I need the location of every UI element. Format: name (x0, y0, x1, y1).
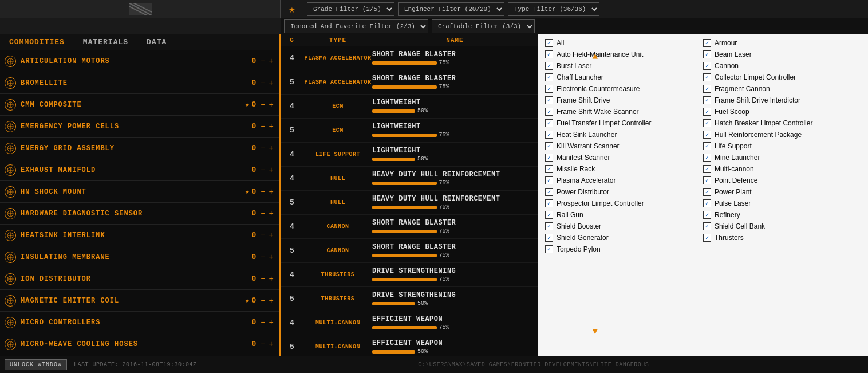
table-row[interactable]: 5 THRUSTERS DRIVE STRENGTHENING 50% (281, 287, 538, 311)
favorite-star[interactable]: ★ (281, 3, 303, 15)
filter-item[interactable]: Power Distributor (545, 188, 703, 196)
filter-item[interactable]: Shield Generator (545, 234, 703, 242)
list-item[interactable]: CMM COMPOSITE ★ 0 − + (0, 94, 279, 116)
increment-button[interactable]: + (268, 274, 275, 284)
table-scroll[interactable]: 4 PLASMA ACCELERATOR SHORT RANGE BLASTER… (281, 46, 538, 356)
filter-checkbox[interactable] (703, 165, 711, 173)
filter-item[interactable]: Chaff Launcher (545, 73, 703, 81)
filter-checkbox[interactable] (545, 85, 553, 93)
filter-checkbox[interactable] (545, 119, 553, 127)
increment-button[interactable]: + (268, 296, 275, 305)
table-row[interactable]: 4 MULTI-CANNON EFFICIENT WEAPON 75% (281, 311, 538, 335)
filter-item[interactable]: Heat Sink Launcher (545, 131, 703, 139)
filter-item[interactable]: Thrusters (703, 234, 861, 242)
table-row[interactable]: 5 ECM LIGHTWEIGHT 75% (281, 119, 538, 143)
increment-button[interactable]: + (268, 100, 275, 109)
filter-checkbox[interactable] (545, 50, 553, 58)
filter-item[interactable]: Shield Cell Bank (703, 222, 861, 230)
table-row[interactable]: 5 PLASMA ACCELERATOR SHORT RANGE BLASTER… (281, 70, 538, 95)
table-row[interactable]: 4 PLASMA ACCELERATOR SHORT RANGE BLASTER… (281, 46, 538, 70)
filter-item[interactable]: Plasma Accelerator (545, 176, 703, 184)
decrement-button[interactable]: − (259, 296, 266, 305)
list-item[interactable]: ION DISTRIBUTOR 0 − + (0, 268, 279, 290)
filter-item[interactable]: Electronic Countermeasure (545, 85, 703, 93)
table-row[interactable]: 5 MULTI-CANNON EFFICIENT WEAPON 50% (281, 335, 538, 356)
table-row[interactable]: 4 LIFE SUPPORT LIGHTWEIGHT 50% (281, 143, 538, 167)
increment-button[interactable]: + (268, 57, 275, 66)
filter-checkbox[interactable] (545, 234, 553, 242)
list-item[interactable]: HEATSINK INTERLINK 0 − + (0, 225, 279, 246)
filter-checkbox[interactable] (703, 119, 711, 127)
table-row[interactable]: 4 THRUSTERS DRIVE STRENGTHENING 75% (281, 263, 538, 287)
filter-item[interactable]: Kill Warrant Scanner (545, 142, 703, 150)
tab-materials[interactable]: MATERIALS (74, 34, 137, 50)
filter-item[interactable]: Cannon (703, 62, 861, 70)
filter-item[interactable]: Torpedo Pylon (545, 245, 703, 253)
filter-checkbox[interactable] (545, 199, 553, 207)
filter-item[interactable]: Burst Laser (545, 62, 703, 70)
filter-checkbox[interactable] (703, 50, 711, 58)
scroll-arrow-down[interactable]: ▼ (592, 327, 598, 337)
decrement-button[interactable]: − (259, 253, 266, 262)
filter-item[interactable]: Mine Launcher (703, 154, 861, 162)
decrement-button[interactable]: − (259, 166, 266, 175)
filter-item[interactable]: Rail Gun (545, 211, 703, 219)
decrement-button[interactable]: − (259, 274, 266, 284)
filter-item[interactable]: Life Support (703, 142, 861, 150)
decrement-button[interactable]: − (259, 122, 266, 131)
filter-item[interactable]: Refinery (703, 211, 861, 219)
list-item[interactable]: EXHAUST MANIFOLD 0 − + (0, 159, 279, 181)
filter-checkbox[interactable] (545, 165, 553, 173)
commodity-list[interactable]: ARTICULATION MOTORS 0 − + BROMELLITE 0 −… (0, 50, 279, 356)
list-item[interactable]: ARTICULATION MOTORS 0 − + (0, 50, 279, 72)
filter-item[interactable]: Missile Rack (545, 165, 703, 173)
craftable-filter-select[interactable]: Craftable Filter (3/3) (432, 19, 535, 33)
table-row[interactable]: 4 HULL HEAVY DUTY HULL REINFORCEMENT 75% (281, 167, 538, 191)
filter-checkbox[interactable] (703, 73, 711, 81)
engineer-filter-select[interactable]: Engineer Filter (20/20) (398, 2, 504, 16)
filter-item[interactable]: Fragment Cannon (703, 85, 861, 93)
filter-checkbox[interactable] (545, 245, 553, 253)
increment-button[interactable]: + (268, 253, 275, 262)
increment-button[interactable]: + (268, 78, 275, 88)
table-row[interactable]: 5 HULL HEAVY DUTY HULL REINFORCEMENT 75% (281, 191, 538, 215)
filter-item[interactable]: Auto Field-Maintenance Unit (545, 50, 703, 58)
filter-item[interactable]: Armour (703, 39, 861, 47)
filter-checkbox[interactable] (545, 154, 553, 162)
filter-checkbox[interactable] (703, 199, 711, 207)
list-item[interactable]: MAGNETIC EMITTER COIL ★ 0 − + (0, 290, 279, 312)
decrement-button[interactable]: − (259, 231, 266, 240)
list-item[interactable]: HN SHOCK MOUNT ★ 0 − + (0, 181, 279, 203)
filter-checkbox[interactable] (545, 131, 553, 139)
filter-checkbox[interactable] (545, 73, 553, 81)
filter-checkbox[interactable] (545, 176, 553, 184)
tab-data[interactable]: DATA (137, 34, 176, 50)
filter-item[interactable]: Collector Limpet Controller (703, 73, 861, 81)
unlock-window-button[interactable]: UNLOCK WINDOW (5, 359, 67, 370)
increment-button[interactable]: + (268, 187, 275, 197)
filter-checkbox[interactable] (545, 62, 553, 70)
filter-checkbox[interactable] (703, 142, 711, 150)
increment-button[interactable]: + (268, 209, 275, 218)
filter-checkbox[interactable] (703, 176, 711, 184)
decrement-button[interactable]: − (259, 318, 266, 327)
filter-item[interactable]: Frame Shift Drive Interdictor (703, 96, 861, 104)
filter-item[interactable]: Multi-cannon (703, 165, 861, 173)
filter-checkbox[interactable] (545, 96, 553, 104)
filter-checkbox[interactable] (703, 222, 711, 230)
filter-item[interactable]: Frame Shift Wake Scanner (545, 108, 703, 116)
filter-checkbox[interactable] (703, 85, 711, 93)
decrement-button[interactable]: − (259, 100, 266, 109)
list-item[interactable]: INSULATING MEMBRANE 0 − + (0, 246, 279, 268)
filter-checkbox[interactable] (545, 222, 553, 230)
ignored-filter-select[interactable]: Ignored And Favorite Filter (2/3) (284, 19, 428, 33)
filter-checkbox[interactable] (703, 39, 711, 47)
filter-item[interactable]: Prospector Limpet Controller (545, 199, 703, 207)
increment-button[interactable]: + (268, 166, 275, 175)
decrement-button[interactable]: − (259, 340, 266, 349)
filter-item[interactable]: Pulse Laser (703, 199, 861, 207)
table-row[interactable]: 4 ECM LIGHTWEIGHT 50% (281, 95, 538, 119)
increment-button[interactable]: + (268, 231, 275, 240)
filter-item[interactable]: Fuel Scoop (703, 108, 861, 116)
list-item[interactable]: EMERGENCY POWER CELLS 0 − + (0, 116, 279, 138)
